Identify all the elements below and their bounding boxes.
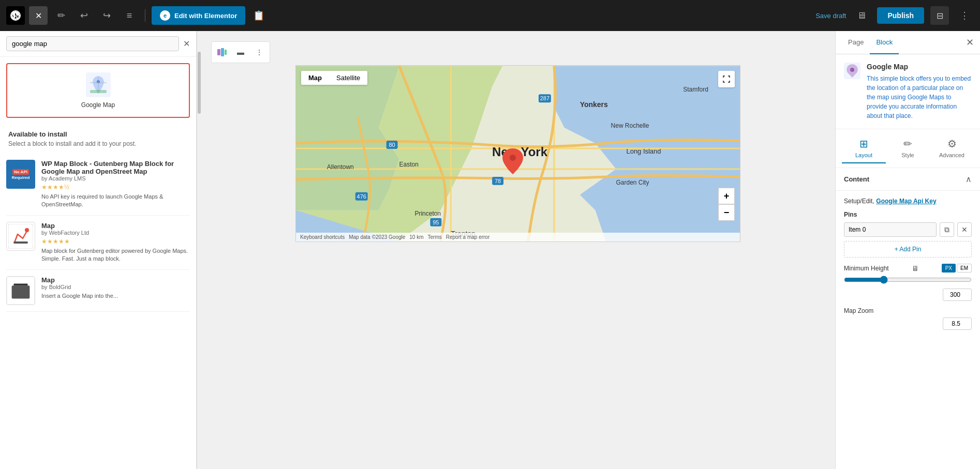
close-button[interactable]: ✕ [29,6,48,25]
block-info-text: Google Map This simple block offers you … [867,63,972,120]
canvas-area: ▬ ⋮ [201,31,835,469]
plugin-icon-boldgrid [6,276,35,305]
plugin-list: No API Required WP Map Block - Gutenberg… [0,154,196,312]
svg-text:95: 95 [433,219,439,225]
block-map-icon-button[interactable] [214,44,230,60]
map-zoom-out-button[interactable]: − [718,204,735,221]
svg-text:Garden City: Garden City [616,179,649,186]
plugin-info-wpmapblock: WP Map Block - Gutenberg Map Block for G… [41,160,190,209]
plugin-author: by WebFactory Ltd [41,230,190,236]
map-tab-map[interactable]: Map [301,71,329,85]
svg-rect-8 [13,241,28,244]
google-map-block-item[interactable]: Google Map [6,63,190,118]
map-placeholder: Yonkers New Rochelle Long Island Garden … [296,66,740,241]
api-key-link[interactable]: Google Map Api Key [876,198,936,205]
list-icon: ≡ [127,10,132,21]
min-height-input[interactable] [943,289,972,301]
terms-link[interactable]: Terms [428,234,442,240]
more-block-icon: ⋮ [256,48,263,56]
undo-icon: ↩ [80,10,88,21]
pin-copy-button[interactable]: ⧉ [940,222,954,237]
list-item[interactable]: No API Required WP Map Block - Gutenberg… [6,154,190,216]
map-fullscreen-button[interactable] [718,71,735,87]
keyboard-shortcuts-link[interactable]: Keyboard shortcuts [300,234,345,240]
plugin-desc: Map block for Gutenberg editor powered b… [41,247,190,263]
sidebar-icon: ⊟ [937,11,943,21]
settings-tab-layout[interactable]: ⊞ Layout [842,133,886,163]
map-zoom-input[interactable] [943,317,972,330]
right-sidebar-close-button[interactable]: ✕ [966,37,974,48]
svg-point-7 [25,228,29,232]
block-more-button[interactable]: ⋮ [251,44,268,60]
scroll-thumb [198,52,201,114]
api-key-row: Setup/Edit, Google Map Api Key [844,197,972,205]
map-tabs: Map Satellite [301,71,367,85]
svg-text:Princeton: Princeton [414,210,441,217]
report-error-link[interactable]: Report a map error [446,234,489,240]
plugin-author: by BoldGrid [41,284,190,290]
map-tab-satellite[interactable]: Satellite [329,71,367,85]
toolbar-right: Save draft 🖥 Publish ⊟ ⋮ [815,6,974,25]
svg-rect-12 [217,49,220,55]
pencil-button[interactable]: ✏ [52,6,70,25]
svg-text:Long Island: Long Island [627,147,661,155]
map-zoom-buttons: + − [718,188,735,221]
pins-section: Pins ⧉ ✕ + Add Pin [844,211,972,264]
clipboard-button[interactable]: 📋 [249,6,268,25]
pin-remove-button[interactable]: ✕ [957,222,972,237]
google-map-block-label: Google Map [81,101,115,109]
clipboard-icon: 📋 [253,10,264,21]
available-desc: Select a block to install and add it to … [8,140,188,147]
redo-button[interactable]: ↪ [97,6,116,25]
tab-block[interactable]: Block [870,31,899,54]
map-zoom-in-button[interactable]: + [718,188,735,204]
available-title: Available to install [8,130,188,138]
more-options-button[interactable]: ⋮ [955,6,974,25]
content-section-header[interactable]: Content ∧ [836,168,980,191]
left-sidebar: ✕ Google Map Available to install Select… [0,31,197,469]
block-info-icon [844,63,860,79]
plugin-desc: Insert a Google Map into the... [41,292,190,300]
sidebar-toggle-button[interactable]: ⊟ [930,6,949,25]
unit-em-button[interactable]: EM [957,264,972,273]
layout-icon: ⊞ [859,138,868,150]
zoom-input-row [844,317,972,330]
min-height-slider[interactable] [844,276,972,284]
list-item[interactable]: Map by WebFactory Ltd ★★★★★ Map block fo… [6,216,190,270]
map-webfactory-icon [8,224,33,249]
list-item[interactable]: Map by BoldGrid Insert a Google Map into… [6,270,190,312]
plugin-icon-wpmapblock: No API Required [6,160,35,189]
pin-input[interactable] [844,222,937,237]
list-button[interactable]: ≡ [120,6,139,25]
svg-text:Stamford: Stamford [683,86,708,93]
plugin-name: WP Map Block - Gutenberg Map Block for G… [41,160,190,175]
search-clear-button[interactable]: ✕ [183,39,190,49]
right-sidebar-content: Google Map This simple block offers you … [836,54,980,469]
save-draft-button[interactable]: Save draft [815,12,846,20]
unit-px-button[interactable]: PX [942,264,956,273]
boldgrid-icon [7,276,35,305]
settings-tab-style[interactable]: ✏ Style [886,133,930,163]
edit-elementor-button[interactable]: e Edit with Elementor [152,6,245,25]
left-sidebar-scrollbar[interactable] [197,31,201,469]
plugin-stars: ★★★★★ [41,238,190,245]
publish-button[interactable]: Publish [877,7,924,24]
tab-page[interactable]: Page [842,31,870,54]
search-input[interactable] [6,36,179,51]
settings-tab-advanced[interactable]: ⚙ Advanced [930,133,974,163]
main-toolbar: ✕ ✏ ↩ ↪ ≡ e Edit with Elementor 📋 Save d… [0,0,980,31]
map-toolbar-icon [217,47,227,57]
close-icon: ✕ [35,11,42,21]
plugin-name: Map [41,222,190,230]
svg-point-41 [510,155,516,161]
block-align-button[interactable]: ▬ [232,44,249,60]
undo-button[interactable]: ↩ [75,6,93,25]
available-section: Available to install Select a block to i… [0,124,196,154]
wp-logo-icon [6,6,25,25]
desktop-view-button[interactable]: 🖥 [852,6,871,25]
add-pin-button[interactable]: + Add Pin [844,241,972,258]
advanced-icon: ⚙ [947,138,957,150]
elementor-logo-icon: e [160,10,170,21]
svg-point-45 [850,68,854,72]
content-section-body: Setup/Edit, Google Map Api Key Pins ⧉ ✕ … [836,191,980,336]
